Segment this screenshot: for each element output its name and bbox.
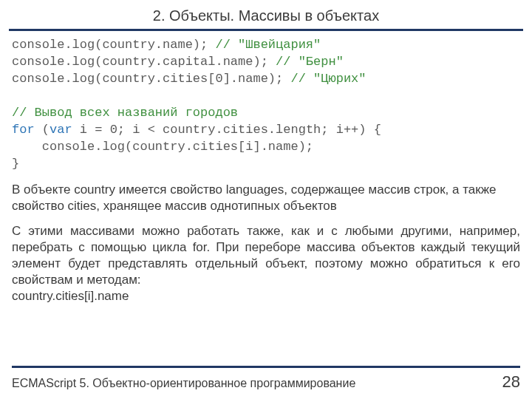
- slide-title: 2. Объекты. Массивы в объектах: [0, 7, 532, 24]
- slide-header: 2. Объекты. Массивы в объектах: [0, 0, 532, 29]
- code-line-6: for (var i = 0; i < country.cities.lengt…: [12, 123, 381, 137]
- paragraph-3: country.cities[i].name: [12, 288, 520, 304]
- footer-row: ECMAScript 5. Объектно-ориентированное п…: [12, 372, 520, 392]
- slide-content: console.log(country.name); // "Швейцария…: [0, 31, 532, 304]
- code-line-7: console.log(country.cities[i].name);: [12, 140, 313, 154]
- footer-title: ECMAScript 5. Объектно-ориентированное п…: [12, 377, 355, 390]
- code-block: console.log(country.name); // "Швейцария…: [12, 37, 520, 173]
- paragraph-2: С этими массивами можно работать также, …: [12, 223, 520, 288]
- slide-footer: ECMAScript 5. Объектно-ориентированное п…: [0, 366, 532, 399]
- code-line-2: console.log(country.capital.name); // "Б…: [12, 55, 344, 69]
- footer-rule: [12, 366, 520, 368]
- code-line-3: console.log(country.cities[0].name); // …: [12, 72, 366, 86]
- code-line-8: }: [12, 157, 19, 171]
- page-number: 28: [502, 372, 520, 392]
- code-line-1: console.log(country.name); // "Швейцария…: [12, 38, 321, 52]
- code-line-5: // Вывод всех названий городов: [12, 106, 238, 120]
- paragraph-1: В объекте country имеется свойство langu…: [12, 182, 520, 214]
